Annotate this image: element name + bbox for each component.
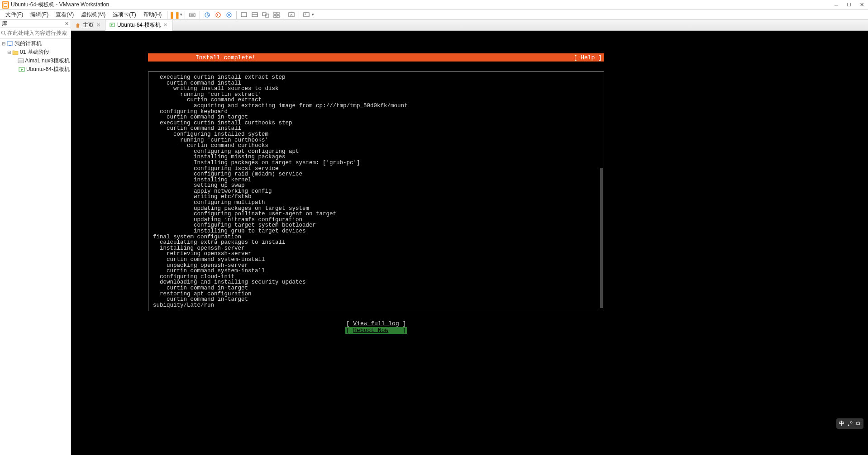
tree-root-my-computer[interactable]: ⊟ 我的计算机	[0, 39, 71, 48]
snapshot-button[interactable]	[202, 10, 213, 20]
installer-log: executing curtin install extract step cu…	[148, 71, 604, 311]
svg-rect-19	[304, 13, 309, 17]
separator	[284, 11, 284, 19]
vm-viewport[interactable]: Install complete! [ Help ] executing cur…	[71, 31, 868, 455]
svg-rect-14	[274, 12, 276, 14]
fullscreen-button[interactable]	[286, 10, 297, 20]
library-label: 库	[2, 20, 65, 28]
vm-running-icon	[18, 66, 25, 73]
menu-file[interactable]: 文件(F)	[2, 10, 27, 19]
menu-bar: 文件(F) 编辑(E) 查看(V) 虚拟机(M) 选项卡(T) 帮助(H) ❚❚…	[0, 10, 868, 20]
svg-rect-16	[274, 15, 276, 18]
unity-button[interactable]	[271, 10, 282, 20]
svg-point-8	[228, 14, 230, 16]
installer-header: Install complete! [ Help ]	[148, 53, 604, 62]
sidebar-close-icon[interactable]: ✕	[65, 21, 69, 27]
home-icon	[75, 22, 81, 28]
reboot-now-button[interactable]: [ Reboot Now ]	[345, 327, 407, 334]
suspend-button[interactable]: ❚❚	[169, 10, 180, 20]
title-bar: Ubuntu-64-模板机 - VMware Workstation ─ ☐ ✕	[0, 0, 868, 10]
menu-tabs[interactable]: 选项卡(T)	[109, 10, 139, 19]
maximize-button[interactable]: ☐	[843, 0, 855, 9]
view-full-log-label: View full log	[353, 320, 399, 327]
power-dropdown-icon[interactable]: ▼	[179, 13, 183, 17]
svg-rect-26	[19, 60, 23, 62]
menu-vm[interactable]: 虚拟机(M)	[77, 10, 109, 19]
installer-footer: [ View full log ] [ Reboot Now ]	[148, 320, 604, 334]
window-title: Ubuntu-64-模板机 - VMware Workstation	[11, 1, 830, 9]
svg-point-21	[2, 31, 5, 34]
revert-snapshot-button[interactable]	[213, 10, 224, 20]
svg-rect-23	[7, 42, 13, 45]
svg-rect-2	[190, 13, 195, 17]
tab-label: 主页	[83, 21, 94, 29]
tree-label: 我的计算机	[14, 40, 42, 47]
tree-label: AlmaLinux9模板机	[25, 57, 70, 65]
tree-label: Ubuntu-64-模板机	[26, 66, 70, 73]
reboot-now-label: Reboot Now	[353, 327, 388, 334]
tab-close-icon[interactable]: ✕	[95, 22, 101, 28]
tree-vm-ubuntu[interactable]: Ubuntu-64-模板机	[0, 65, 71, 74]
svg-rect-20	[305, 14, 306, 14]
library-sidebar: 库 ✕ ▼ ⊟ 我的计算机 ⊟ 01 基础阶段	[0, 20, 71, 455]
svg-rect-24	[9, 45, 11, 46]
folder-icon	[12, 49, 19, 56]
search-input[interactable]	[6, 29, 76, 37]
svg-rect-17	[277, 15, 279, 18]
scrollbar-thumb[interactable]	[600, 168, 603, 308]
send-ctrl-alt-del-button[interactable]	[187, 10, 198, 20]
search-icon	[1, 29, 6, 37]
tree-vm-almalinux[interactable]: AlmaLinux9模板机	[0, 57, 71, 65]
menu-view[interactable]: 查看(V)	[52, 10, 77, 19]
installer-title: Install complete!	[150, 54, 256, 61]
ime-punct-icon[interactable]	[847, 421, 853, 427]
multi-monitor-button[interactable]	[260, 10, 271, 20]
tabs-bar: 主页 ✕ Ubuntu-64-模板机 ✕	[71, 20, 868, 31]
vmware-icon	[2, 1, 9, 9]
log-text: executing curtin install extract step cu…	[153, 74, 408, 308]
svg-rect-15	[277, 12, 279, 14]
sidebar-search: ▼	[0, 28, 71, 38]
tab-label: Ubuntu-64-模板机	[117, 21, 161, 29]
close-button[interactable]: ✕	[855, 0, 868, 9]
expand-icon[interactable]: ⊟	[6, 50, 12, 55]
ime-lang-button[interactable]: 中	[839, 420, 844, 427]
expand-icon[interactable]: ⊟	[1, 41, 6, 46]
scrollbar-track	[600, 73, 603, 310]
vm-icon	[18, 58, 24, 64]
vm-screen: Install complete! [ Help ] executing cur…	[148, 53, 604, 334]
computer-icon	[6, 41, 14, 47]
sidebar-header: 库 ✕	[0, 20, 71, 28]
minimize-button[interactable]: ─	[830, 0, 843, 9]
svg-rect-1	[4, 4, 7, 6]
tab-home[interactable]: 主页 ✕	[71, 20, 105, 30]
library-tree: ⊟ 我的计算机 ⊟ 01 基础阶段 AlmaLinux9模板机	[0, 38, 71, 455]
tab-close-icon[interactable]: ✕	[162, 22, 168, 28]
separator	[200, 11, 200, 19]
svg-point-30	[850, 422, 852, 423]
help-button[interactable]: [ Help ]	[574, 54, 602, 61]
main-layout: 库 ✕ ▼ ⊟ 我的计算机 ⊟ 01 基础阶段	[0, 20, 868, 455]
vm-running-icon	[109, 22, 115, 28]
svg-line-22	[5, 34, 6, 35]
view-full-log-button[interactable]: [ View full log ]	[148, 320, 604, 327]
separator	[299, 11, 299, 19]
stretch-button[interactable]	[249, 10, 260, 20]
window-controls: ─ ☐ ✕	[830, 0, 868, 9]
tree-label: 01 基础阶段	[20, 48, 49, 56]
tab-vm-ubuntu[interactable]: Ubuntu-64-模板机 ✕	[105, 20, 172, 31]
tree-folder-basic[interactable]: ⊟ 01 基础阶段	[0, 48, 71, 57]
ime-toolbar[interactable]: 中	[836, 418, 863, 429]
manage-snapshot-button[interactable]	[224, 10, 234, 20]
content-area: 主页 ✕ Ubuntu-64-模板机 ✕ Install complete! […	[71, 20, 868, 455]
menu-edit[interactable]: 编辑(E)	[27, 10, 52, 19]
ime-settings-icon[interactable]	[855, 421, 861, 427]
thumbnail-dropdown-icon[interactable]: ▼	[311, 13, 315, 17]
separator	[236, 11, 237, 19]
menu-help[interactable]: 帮助(H)	[140, 10, 166, 19]
thumbnail-button[interactable]	[301, 10, 312, 20]
separator	[185, 11, 185, 19]
show-console-button[interactable]	[238, 10, 249, 20]
separator	[167, 11, 167, 19]
svg-rect-9	[241, 13, 247, 17]
